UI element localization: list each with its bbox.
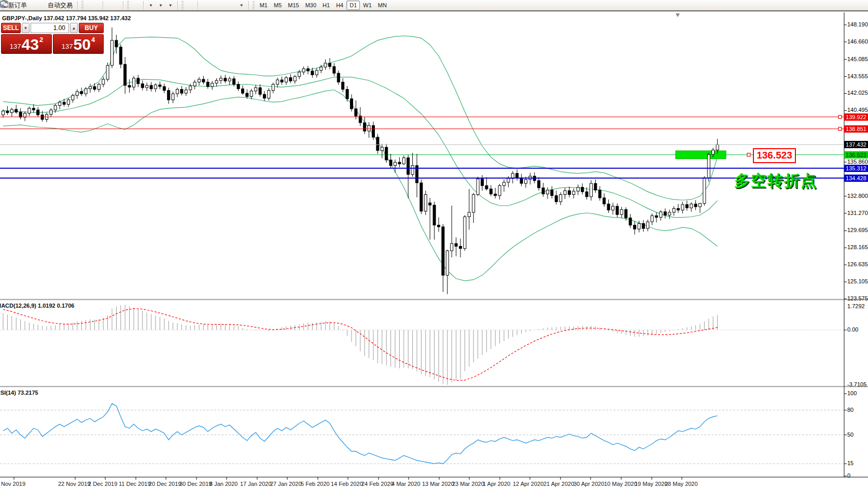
- timeframe-button-h1[interactable]: H1: [319, 1, 333, 10]
- autotrading-button[interactable]: 自动交易: [46, 1, 75, 10]
- toolbar-separator: [103, 1, 103, 10]
- timeframe-button-w1[interactable]: W1: [360, 1, 375, 10]
- sell-price-panel[interactable]: 137432: [1, 34, 52, 54]
- text-label-tool[interactable]: T: [232, 1, 236, 10]
- rsi-axis-label: 0: [847, 472, 850, 479]
- buy-price-panel[interactable]: 137504: [53, 34, 104, 54]
- auto-scroll-button[interactable]: [131, 1, 135, 10]
- bar-chart-button[interactable]: [86, 1, 90, 10]
- time-axis-label: 17 Jan 2020: [240, 481, 272, 487]
- timeframe-button-m15[interactable]: M15: [285, 1, 302, 10]
- signals-button[interactable]: [40, 1, 45, 10]
- rsi-axis-label: 100: [847, 390, 857, 396]
- price-axis-badge: 135.312: [844, 165, 868, 172]
- new-order-button[interactable]: 新订单: [6, 1, 29, 10]
- volume-down-button[interactable]: ▼: [22, 23, 30, 33]
- price-axis-tick: 126.635: [847, 261, 868, 267]
- rsi-axis-label: 80: [847, 407, 853, 413]
- timeframe-button-m1[interactable]: M1: [257, 1, 271, 10]
- search-button[interactable]: [856, 1, 860, 10]
- toolbar-separator: [77, 1, 78, 10]
- periods-button[interactable]: ▼: [156, 1, 165, 10]
- price-axis-tick: 142.025: [847, 90, 868, 96]
- dropdown-arrow-icon: ▼: [169, 3, 173, 8]
- time-axis-label: 11 Dec 2019: [119, 481, 151, 487]
- annotation-text[interactable]: 多空转折点: [734, 170, 817, 192]
- time-axis-label: 24 Feb 2020: [361, 481, 394, 487]
- channel-tool[interactable]: E: [216, 1, 220, 10]
- main-toolbar: 新订单 自动交易 ▼ ▼ ▼ E F A T ▼ M1M5M15M30H1H4D…: [0, 0, 868, 11]
- toolbar-separator: [123, 1, 123, 10]
- templates-button[interactable]: ▼: [166, 1, 175, 10]
- toolbar-separator: [248, 1, 249, 10]
- chart-shift-button[interactable]: [136, 1, 141, 10]
- autotrading-label: 自动交易: [48, 1, 73, 10]
- time-axis-label: 1 Apr 2020: [483, 481, 510, 487]
- tile-windows-button[interactable]: [116, 1, 120, 10]
- volume-up-button[interactable]: ▲: [70, 23, 78, 33]
- text-tool[interactable]: A: [227, 1, 231, 10]
- fibonacci-tool[interactable]: F: [221, 1, 226, 10]
- zoom-in-button[interactable]: [106, 1, 110, 10]
- timeframe-button-m30[interactable]: M30: [302, 1, 319, 10]
- horizontal-line-tool[interactable]: [206, 1, 210, 10]
- indicators-button[interactable]: ▼: [146, 1, 155, 10]
- dropdown-arrow-icon: ▼: [240, 3, 244, 8]
- volume-input[interactable]: 1.00: [31, 23, 69, 33]
- chart-ohlc-title: GBPJPY-,Daily 137.042 137.794 135.942 13…: [2, 15, 131, 21]
- dropdown-arrow-icon: ▼: [159, 3, 163, 8]
- buy-button[interactable]: BUY: [79, 23, 104, 33]
- time-axis-label: 28 May 2020: [665, 481, 698, 487]
- buy-price-prefix: 137: [62, 41, 73, 52]
- price-callout-label[interactable]: 136.523: [753, 148, 796, 163]
- time-axis-label: 30 Dec 2019: [179, 481, 212, 487]
- terminal-button[interactable]: [35, 1, 39, 10]
- price-axis-badge: 137.432: [844, 141, 868, 148]
- time-axis-label: 21 Apr 2020: [543, 481, 574, 487]
- timeframe-button-m5[interactable]: M5: [271, 1, 285, 10]
- time-axis-label: 4 Mar 2020: [391, 481, 421, 487]
- price-axis-tick: 132.800: [847, 193, 868, 199]
- price-axis-badge: 138.851: [844, 125, 868, 133]
- candlestick-chart-button[interactable]: [91, 1, 95, 10]
- price-axis-tick: 145.085: [847, 56, 868, 62]
- one-click-trading-panel: SELL ▼ 1.00 ▲ BUY 137432 137504: [1, 23, 104, 54]
- sell-price-prefix: 137: [10, 41, 21, 52]
- chart-canvas[interactable]: [0, 0, 868, 489]
- timeframe-button-h4[interactable]: H4: [333, 1, 346, 10]
- price-axis-tick: 128.165: [847, 244, 868, 250]
- symbols-button[interactable]: [30, 1, 34, 10]
- sell-price-pip: 2: [39, 37, 43, 43]
- new-order-label: 新订单: [8, 1, 27, 10]
- toolbar-separator: [177, 1, 178, 10]
- macd-axis-label: -3.7105: [847, 381, 866, 387]
- mt4-terminal: { "window": { "toolbar": { "new_order_la…: [0, 0, 868, 489]
- chart-shift-marker: [676, 13, 680, 17]
- vertical-line-tool[interactable]: [201, 1, 205, 10]
- buy-price-pip: 4: [91, 37, 95, 43]
- price-axis-tick: 146.660: [847, 38, 868, 45]
- price-axis-tick: 123.575: [847, 295, 868, 301]
- timeframe-button-mn[interactable]: MN: [375, 1, 390, 10]
- toolbar-separator: [198, 1, 198, 10]
- rsi-axis-label: 50: [847, 432, 853, 438]
- sell-button[interactable]: SELL: [1, 23, 21, 33]
- cursor-tool-button[interactable]: [186, 1, 190, 10]
- time-axis-label: 2 Dec 2019: [88, 481, 117, 487]
- time-axis-label: 30 Apr 2020: [573, 481, 604, 487]
- crosshair-tool-button[interactable]: [191, 1, 195, 10]
- arrows-tool[interactable]: ▼: [237, 1, 246, 10]
- price-axis-tick: 125.105: [847, 278, 868, 284]
- line-chart-button[interactable]: [96, 1, 100, 10]
- rsi-axis-label: 15: [847, 460, 853, 466]
- trendline-tool[interactable]: [211, 1, 215, 10]
- price-axis-badge: 136.523: [844, 151, 868, 159]
- toolbar-grip: [127, 1, 129, 9]
- toolbar-separator: [143, 1, 144, 10]
- chat-button[interactable]: [861, 1, 865, 10]
- price-axis-badge: 139.922: [844, 113, 868, 121]
- zoom-out-button[interactable]: [111, 1, 115, 10]
- rsi-indicator-label: RSI(14) 73.2175: [0, 390, 38, 396]
- timeframe-button-d1[interactable]: D1: [346, 1, 360, 10]
- highlight-zone[interactable]: [676, 151, 726, 159]
